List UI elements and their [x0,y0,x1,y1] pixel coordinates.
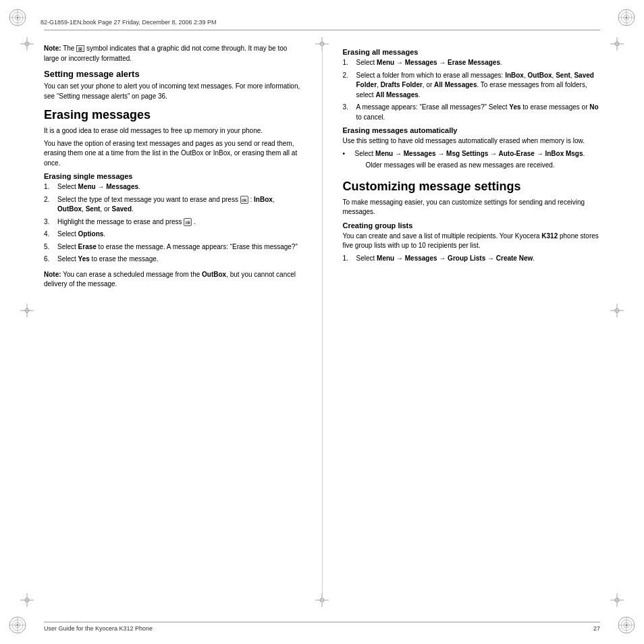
crosshair-bot-right [610,593,624,607]
setting-alerts-heading: Setting message alerts [44,69,302,79]
erasing-single-heading: Erasing single messages [44,172,302,180]
all-step-num-1: 1. [343,58,352,68]
crosshair-top-left [20,37,34,51]
bullet-text: Select Menu → Messages → Msg Settings → … [355,149,585,173]
step-num-6: 6. [44,254,53,265]
all-step-num-2: 2. [343,71,352,101]
step-num-5: 5. [44,242,53,252]
crosshair-bot-left [20,593,34,607]
corner-decoration-bl [8,616,27,636]
main-content: Note: The ⊠ symbol indicates that a grap… [44,44,600,607]
bullet-sub-text: Older messages will be erased as new mes… [366,161,585,171]
group-lists-step1: 1. Select Menu → Messages → Group Lists … [343,254,601,264]
erasing-all-step3: 3. A message appears: “Erase all message… [343,103,601,122]
group-step-num-1: 1. [343,254,352,264]
corner-decoration-tl [8,8,27,28]
customizing-body: To make messaging easier, you can custom… [343,198,601,217]
header-line [44,30,600,30]
erasing-single-step2: 2. Select the type of text message you w… [44,195,302,215]
erasing-single-step3: 3. Highlight the message to erase and pr… [44,217,302,227]
erasing-auto-heading: Erasing messages automatically [343,126,601,134]
note-graphic-symbol: Note: The ⊠ symbol indicates that a grap… [44,44,302,63]
corner-decoration-br [617,616,636,636]
step-num-1: 1. [44,182,53,192]
erasing-messages-heading: Erasing messages [44,108,302,122]
header-bar: 82-G1859-1EN.book Page 27 Friday, Decemb… [41,19,603,26]
erasing-auto-bullet: • Select Menu → Messages → Msg Settings … [343,149,601,173]
erasing-single-step5: 5. Select Erase to erase the message. A … [44,242,302,252]
group-lists-heading: Creating group lists [343,221,601,230]
bullet-symbol: • [343,149,351,173]
crosshair-mid-right [610,304,624,317]
left-column: Note: The ⊠ symbol indicates that a grap… [44,44,308,607]
step4-text: Select Options. [57,230,105,240]
right-column: Erasing all messages 1. Select Menu → Me… [336,44,601,607]
erasing-single-step4: 4. Select Options. [44,230,302,240]
erasing-messages-intro2: You have the option of erasing text mess… [44,139,302,169]
erasing-single-step1: 1. Select Menu → Messages. [44,182,302,192]
step3-text: Highlight the message to erase and press… [57,217,196,227]
footer-right: 27 [593,625,600,632]
customizing-heading: Customizing message settings [343,180,601,194]
ok-icon-step3: ok [184,218,192,226]
footer-left: User Guide for the Kyocera K312 Phone [44,625,153,632]
setting-alerts-body: You can set your phone to alert you of i… [44,82,302,101]
note-outbox: Note: You can erase a scheduled message … [44,270,302,290]
step-num-4: 4. [44,230,53,240]
header-text: 82-G1859-1EN.book Page 27 Friday, Decemb… [41,19,216,26]
all-step1-text: Select Menu → Messages → Erase Messages. [356,58,502,68]
corner-decoration-tr [617,8,636,28]
all-step3-text: A message appears: “Erase all messages?”… [356,103,601,122]
column-divider [322,44,323,607]
erasing-all-heading: Erasing all messages [343,48,601,56]
all-step2-text: Select a folder from which to erase all … [356,71,601,101]
group-lists-body: You can create and save a list of multip… [343,232,601,251]
crosshair-mid-left [20,304,34,317]
erasing-auto-body: Use this setting to have old messages au… [343,136,601,146]
page: 82-G1859-1EN.book Page 27 Friday, Decemb… [0,0,644,644]
erasing-messages-intro1: It is a good idea to erase old messages … [44,126,302,136]
erasing-all-step2: 2. Select a folder from which to erase a… [343,71,601,101]
footer: User Guide for the Kyocera K312 Phone 27 [44,622,600,632]
erasing-all-step1: 1. Select Menu → Messages → Erase Messag… [343,58,601,68]
step2-text: Select the type of text message you want… [57,195,302,215]
step-num-3: 3. [44,217,53,227]
step5-text: Select Erase to erase the message. A mes… [57,242,298,252]
crosshair-top-right [610,37,624,51]
all-step-num-3: 3. [343,103,352,122]
ok-icon-step2: ok [240,196,248,204]
step-num-2: 2. [44,195,53,215]
step6-text: Select Yes to erase the message. [57,254,159,265]
group-step1-text: Select Menu → Messages → Group Lists → C… [356,254,535,264]
step1-text: Select Menu → Messages. [57,182,140,192]
erasing-single-step6: 6. Select Yes to erase the message. [44,254,302,265]
